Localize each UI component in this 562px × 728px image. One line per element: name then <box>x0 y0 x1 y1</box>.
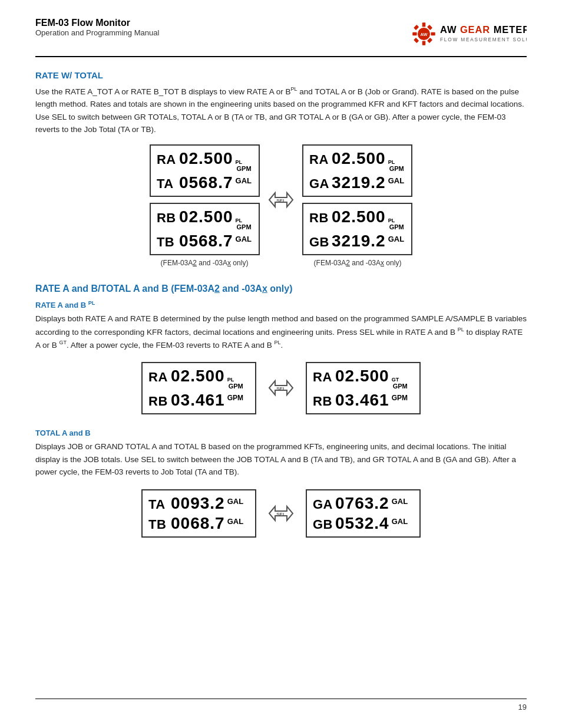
right-inner-col: RA 02.500 PL GPM GA 3219.2 <box>302 144 412 255</box>
unit-gal-ta2: GAL <box>227 497 243 506</box>
unit-gal-gb: GAL <box>388 235 404 243</box>
rate-ab-section: RATE A and B/TOTAL A and B (FEM-03A2 and… <box>35 284 527 414</box>
display-row-rate-rb-gt: RB 03.461 GPM <box>313 391 412 410</box>
prefix-ra2: RA <box>309 152 330 167</box>
display-box-total-right: GA 0763.2 GAL GB 0532.4 GAL <box>306 489 421 538</box>
svg-text:AW: AW <box>421 32 428 37</box>
rate-w-total-display-pair: RA 02.500 PL GPM TA 0568.7 <box>35 144 527 269</box>
header: FEM-03 Flow Monitor Operation and Progra… <box>35 18 527 57</box>
unit-gal-ta: GAL <box>236 176 252 185</box>
company-logo: AW AW GEAR METERS FLOW MEASUREMENT SOLUT… <box>408 18 527 50</box>
logo-area: AW AW GEAR METERS FLOW MEASUREMENT SOLUT… <box>408 18 527 50</box>
page-number: 19 <box>518 703 527 711</box>
total-ab-body: Displays JOB or GRAND TOTAL A and TOTAL … <box>35 440 527 479</box>
svg-text:SEL: SEL <box>276 512 286 517</box>
prefix-rate-rb: RB <box>148 394 170 409</box>
header-left: FEM-03 Flow Monitor Operation and Progra… <box>35 18 159 37</box>
svg-rect-9 <box>414 38 419 43</box>
value-rate-rb: 03.461 <box>171 391 225 410</box>
unit-gpm-rate-rb: GPM <box>227 394 243 402</box>
sup-pl-ra2: PL <box>388 159 395 165</box>
svg-rect-4 <box>413 32 417 35</box>
prefix-rb2: RB <box>309 210 330 226</box>
display-box-rate-ab-right: RA 02.500 GT GPM RB 03.461 GPM <box>306 362 421 414</box>
header-subtitle: Operation and Programming Manual <box>35 28 159 37</box>
unit-gpm-rate-ra: GPM <box>229 383 243 390</box>
left-pair-item: RA 02.500 PL GPM TA 0568.7 <box>140 144 422 269</box>
value-gb: 3219.2 <box>332 232 386 251</box>
unit-gal-gb2: GAL <box>392 517 408 526</box>
left-inner-col: RA 02.500 PL GPM TA 0568.7 <box>150 144 260 255</box>
left-display-col: RA 02.500 PL GPM TA 0568.7 <box>150 144 412 255</box>
display-row-rate-rb: RB 03.461 GPM <box>148 391 248 410</box>
svg-rect-6 <box>414 25 419 30</box>
svg-rect-3 <box>422 41 425 45</box>
display-row-ga2: GA 0763.2 GAL <box>313 494 412 513</box>
value-rate-ra: 02.500 <box>171 367 225 386</box>
caption-left: (FEM-03A2 and -03Ax only) <box>146 259 263 267</box>
rate-ab-heading: RATE A and B/TOTAL A and B (FEM-03A2 and… <box>35 284 527 294</box>
value-rb: 02.500 <box>179 207 233 226</box>
display-row-ta: TA 0568.7 GAL <box>157 173 252 192</box>
display-box-ra-ta: RA 02.500 PL GPM TA 0568.7 <box>150 144 260 197</box>
unit-gpm-ra2: GPM <box>389 165 404 172</box>
unit-gpm-rate-rb-gt: GPM <box>392 394 408 402</box>
rate-w-total-body: Use the RATE A_TOT A or RATE B_TOT B dis… <box>35 85 527 136</box>
sel-button-2[interactable]: SEL <box>267 377 295 398</box>
sup-gt-rate-ra: GT <box>392 377 399 383</box>
svg-text:SEL: SEL <box>276 198 286 203</box>
prefix-gb2: GB <box>313 517 334 532</box>
sup-pl-rb2: PL <box>388 218 395 223</box>
value-rb2: 02.500 <box>332 207 386 226</box>
value-rate-rb-gt: 03.461 <box>335 391 389 410</box>
svg-text:AW GEAR METERS: AW GEAR METERS <box>440 24 527 35</box>
unit-gal-tb: GAL <box>236 235 252 243</box>
display-row-gb: GB 3219.2 GAL <box>309 232 404 251</box>
value-ta: 0568.7 <box>179 173 233 192</box>
page: FEM-03 Flow Monitor Operation and Progra… <box>0 0 562 728</box>
sel-icon-2: SEL <box>267 377 295 398</box>
display-row-ra2: RA 02.500 PL GPM <box>309 149 404 172</box>
display-row-tb2: TB 0068.7 GAL <box>148 514 248 533</box>
sel-icon-1: SEL <box>267 189 295 210</box>
total-ab-heading: TOTAL A and B <box>35 429 527 437</box>
value-ra2: 02.500 <box>332 149 386 168</box>
value-tb: 0568.7 <box>179 232 233 251</box>
unit-gal-tb2: GAL <box>227 517 243 526</box>
rate-ab-body: Displays both RATE A and RATE B determin… <box>35 312 527 351</box>
prefix-ta2: TA <box>148 497 170 512</box>
display-row-rb2: RB 02.500 PL GPM <box>309 207 404 230</box>
value-tb2: 0068.7 <box>171 514 225 533</box>
sel-button-3[interactable]: SEL <box>267 503 295 524</box>
prefix-ra: RA <box>157 152 178 167</box>
display-box-rb-tb: RB 02.500 PL GPM TB 0568.7 <box>150 203 260 255</box>
unit-gpm-ra: GPM <box>237 165 252 172</box>
display-row-ra: RA 02.500 PL GPM <box>157 149 252 172</box>
unit-gpm-rb2: GPM <box>389 223 404 230</box>
sup-pl-rate-ra: PL <box>227 377 234 383</box>
prefix-tb2: TB <box>148 517 170 532</box>
svg-text:SEL: SEL <box>276 386 286 391</box>
prefix-rate-rb-gt: RB <box>313 394 334 409</box>
value-ta2: 0093.2 <box>171 494 225 513</box>
total-ab-display-group: TA 0093.2 GAL TB 0068.7 GAL SEL <box>35 489 527 538</box>
display-box-ra-ga: RA 02.500 PL GPM GA 3219.2 <box>302 144 412 197</box>
sup-pl-ra: PL <box>236 159 243 165</box>
rate-w-total-heading: RATE W/ TOTAL <box>35 70 527 80</box>
unit-gal-ga: GAL <box>388 176 404 185</box>
svg-rect-5 <box>431 32 435 35</box>
sel-button-1[interactable]: SEL <box>267 189 295 210</box>
prefix-tb: TB <box>157 235 178 250</box>
unit-gal-ga2: GAL <box>392 497 408 506</box>
captions-row: (FEM-03A2 and -03Ax only) (FEM-03A2 and … <box>140 259 422 269</box>
display-row-rate-ra: RA 02.500 PL GPM <box>148 367 248 390</box>
prefix-gb: GB <box>309 235 330 250</box>
rate-ab-display-group: RA 02.500 PL GPM RB 03.461 GPM SEL <box>35 362 527 414</box>
display-box-rate-ab-left: RA 02.500 PL GPM RB 03.461 GPM <box>141 362 256 414</box>
display-box-rb-gb: RB 02.500 PL GPM GB 3219.2 <box>302 203 412 255</box>
prefix-rb: RB <box>157 210 178 226</box>
display-row-tb: TB 0568.7 GAL <box>157 232 252 251</box>
svg-rect-2 <box>422 22 425 27</box>
footer: 19 <box>35 699 527 711</box>
value-ga2: 0763.2 <box>335 494 389 513</box>
